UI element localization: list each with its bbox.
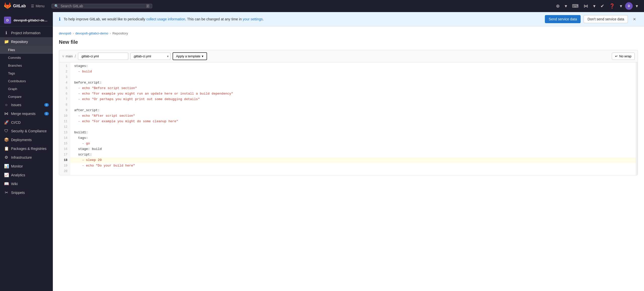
code-line-12 (70, 124, 636, 130)
code-editor[interactable]: 1 2 3 4 5 6 7 8 9 10 11 12 13 14 (59, 62, 638, 175)
sidebar-item-repository[interactable]: 📁 Repository (0, 37, 53, 46)
avatar-initials: D (628, 4, 630, 8)
source-editor-button[interactable]: ⌨ (570, 2, 581, 10)
breadcrumb-project[interactable]: devops6-gitlabci-demo (75, 31, 108, 35)
sidebar-label-branches: Branches (8, 64, 22, 67)
code-line-17: script: (70, 152, 636, 157)
sidebar-item-wiki[interactable]: 📖 Wiki (0, 179, 53, 188)
sidebar-item-packages-registries[interactable]: 📋 Packages & Registries (0, 144, 53, 153)
sidebar-item-files[interactable]: Files (0, 46, 53, 54)
sidebar-label-security-compliance: Security & Compliance (11, 129, 47, 133)
apply-template-button[interactable]: Apply a template ▾ (173, 52, 207, 60)
sidebar-label-monitor: Monitor (11, 164, 23, 168)
line-num-2: 2 (59, 69, 70, 74)
sidebar-section: ℹ Project information 📁 Repository Files… (0, 27, 53, 198)
file-name-input[interactable] (78, 53, 128, 60)
sidebar-item-tags[interactable]: Tags (0, 69, 53, 77)
sidebar-item-analytics[interactable]: 📈 Analytics (0, 171, 53, 179)
file-type-select[interactable]: .gitlab-ci.yml Dockerfile .gitignore (130, 53, 171, 60)
scrollbar[interactable] (636, 62, 638, 175)
breadcrumb-devops6[interactable]: devops6 (59, 31, 71, 35)
branch-label: ⑂ main (62, 54, 73, 58)
branch-name: main (66, 54, 73, 58)
settings-link[interactable]: your settings (243, 17, 263, 21)
help-button[interactable]: ❓ (607, 2, 617, 10)
sidebar-label-deployments: Deployments (11, 138, 32, 142)
sidebar-label-issues: Issues (11, 103, 21, 107)
sidebar-item-contributors[interactable]: Contributors (0, 77, 53, 85)
user-avatar[interactable]: D (625, 2, 633, 10)
sidebar-item-compare[interactable]: Compare (0, 93, 53, 101)
project-header: D devops6-gitlabci-demo (0, 14, 53, 26)
snippets-icon: ✂ (4, 190, 9, 195)
code-line-19: - echo "Do your build here" (70, 163, 636, 169)
sidebar-item-branches[interactable]: Branches (0, 62, 53, 69)
banner-close-button[interactable]: × (631, 15, 638, 23)
breadcrumb-sep-1: › (73, 31, 74, 35)
sidebar-label-compare: Compare (8, 95, 21, 99)
sidebar-label-tags: Tags (8, 71, 15, 75)
sidebar-item-graph[interactable]: Graph (0, 85, 53, 93)
chevron-down-icon: ▾ (565, 3, 567, 9)
sidebar-label-infrastructure: Infrastructure (11, 155, 32, 159)
chevron-down-icon-template: ▾ (202, 54, 204, 58)
code-line-6: - echo "For example you might run an upd… (70, 91, 636, 97)
chevron-down-icon3: ▾ (620, 3, 622, 9)
sidebar-item-monitor[interactable]: 📊 Monitor (0, 162, 53, 171)
collect-usage-link[interactable]: collect usage information (146, 17, 185, 21)
sidebar-label-analytics: Analytics (11, 173, 25, 177)
sidebar-label-contributors: Contributors (8, 79, 26, 83)
line-num-8: 8 (59, 102, 70, 108)
create-new-dropdown[interactable]: ▾ (563, 2, 569, 10)
info-icon-banner: ℹ (59, 16, 61, 22)
todos-button[interactable]: ✔ (598, 2, 606, 10)
code-line-3 (70, 74, 636, 80)
sidebar-item-cicd[interactable]: 🚀 CI/CD (0, 118, 53, 127)
sidebar-item-security-compliance[interactable]: 🛡 Security & Compliance (0, 127, 53, 135)
code-line-14: tags: (70, 135, 636, 141)
sidebar: D devops6-gitlabci-demo ℹ Project inform… (0, 12, 53, 291)
merge-nav-dropdown[interactable]: ▾ (591, 2, 597, 10)
code-line-16: stage: build (70, 146, 636, 152)
path-slash: / (75, 54, 76, 59)
merge-requests-nav-button[interactable]: ⋈ (582, 2, 590, 10)
code-line-8 (70, 102, 636, 108)
create-new-button[interactable]: ⊕ (554, 2, 562, 10)
line-num-17: 17 (59, 152, 70, 157)
sidebar-item-project-information[interactable]: ℹ Project information (0, 28, 53, 37)
sidebar-item-merge-requests[interactable]: ⋈ Merge requests 0 (0, 109, 53, 118)
main-content: ℹ To help improve GitLab, we would like … (53, 12, 644, 291)
line-num-5: 5 (59, 86, 70, 91)
sidebar-item-infrastructure[interactable]: ⚙ Infrastructure (0, 153, 53, 162)
line-num-4: 4 (59, 80, 70, 86)
menu-button[interactable]: ☰ Menu (29, 3, 47, 10)
sidebar-label-graph: Graph (8, 87, 17, 91)
line-num-18: 18 (59, 157, 70, 163)
sidebar-label-files: Files (8, 48, 15, 52)
code-content[interactable]: stages: - build before_script: - echo "B… (70, 62, 636, 175)
sidebar-item-issues[interactable]: ○ Issues 0 (0, 101, 53, 109)
cicd-icon: 🚀 (4, 120, 9, 125)
line-num-15: 15 (59, 141, 70, 146)
sidebar-item-commits[interactable]: Commits (0, 54, 53, 62)
line-num-7: 7 (59, 97, 70, 102)
code-line-1: stages: (70, 63, 636, 69)
help-dropdown[interactable]: ▾ (618, 2, 624, 10)
line-num-12: 12 (59, 124, 70, 130)
sidebar-label-merge-requests: Merge requests (11, 112, 35, 116)
line-num-20: 20 (59, 169, 70, 174)
search-input[interactable] (61, 4, 144, 8)
avatar-dropdown[interactable]: ▾ (634, 2, 640, 10)
deployments-icon: 📦 (4, 137, 9, 142)
no-wrap-button[interactable]: ↵ No wrap (612, 53, 635, 60)
line-num-10: 10 (59, 113, 70, 119)
send-service-data-button[interactable]: Send service data (545, 15, 581, 23)
sidebar-label-commits: Commits (8, 56, 21, 60)
infrastructure-icon: ⚙ (4, 155, 9, 160)
sidebar-label-snippets: Snippets (11, 191, 25, 195)
repository-icon: 📁 (4, 39, 9, 44)
code-line-13: build1: (70, 130, 636, 135)
sidebar-item-snippets[interactable]: ✂ Snippets (0, 188, 53, 197)
dont-send-service-data-button[interactable]: Don't send service data (584, 15, 628, 23)
sidebar-item-deployments[interactable]: 📦 Deployments (0, 135, 53, 144)
